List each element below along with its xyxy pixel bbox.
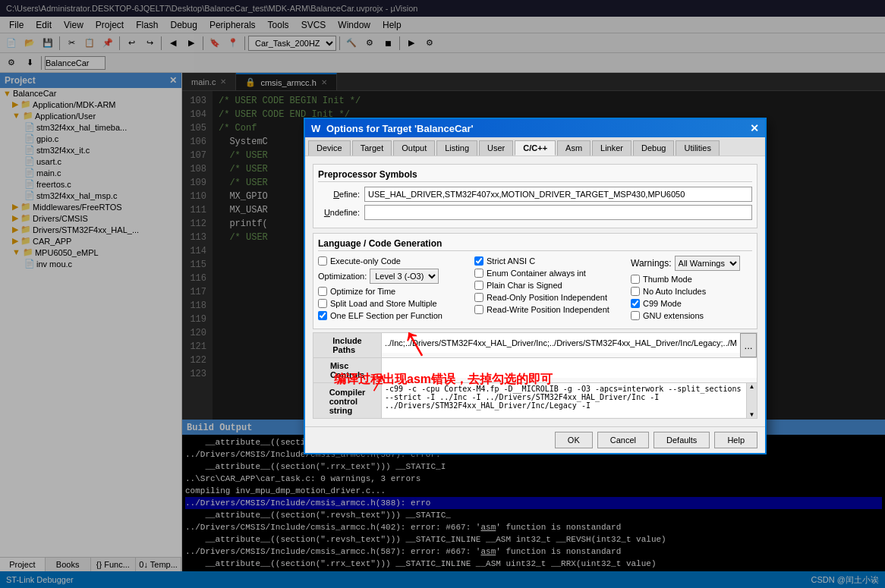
language-section: Language / Code Generation Execute-only … bbox=[313, 233, 757, 329]
warnings-label: Warnings: bbox=[631, 258, 672, 269]
split-load-row: Split Load and Store Multiple bbox=[318, 298, 467, 309]
dialog-tabs: Device Target Output Listing User C/C++ … bbox=[305, 137, 765, 156]
thumb-mode-row: Thumb Mode bbox=[631, 274, 752, 285]
optimize-time-row: Optimize for Time bbox=[318, 286, 467, 297]
optimization-label: Optimization: bbox=[318, 272, 367, 281]
dialog-tab-user[interactable]: User bbox=[479, 140, 513, 156]
dialog-tab-debug[interactable]: Debug bbox=[633, 140, 674, 156]
define-row: Define: bbox=[318, 187, 752, 202]
plain-char-checkbox[interactable] bbox=[474, 281, 483, 290]
c99-mode-row: C99 Mode bbox=[631, 298, 752, 309]
include-paths-browse-btn[interactable]: ... bbox=[740, 333, 757, 357]
misc-controls-label: MiscControls bbox=[313, 358, 382, 382]
strict-ansi-checkbox[interactable] bbox=[474, 256, 483, 266]
define-input[interactable] bbox=[364, 187, 752, 202]
split-load-label: Split Load and Store Multiple bbox=[330, 299, 437, 308]
thumb-mode-label: Thumb Mode bbox=[643, 275, 692, 284]
dialog-tab-device[interactable]: Device bbox=[308, 140, 351, 156]
warnings-row: Execute-only Code Optimization: Level 0 … bbox=[318, 256, 752, 321]
enum-container-label: Enum Container always int bbox=[487, 269, 586, 278]
warnings-control-row: Warnings: No Warnings All Warnings bbox=[631, 256, 752, 271]
readwrite-pos-row: Read-Write Position Independent bbox=[474, 304, 623, 315]
no-auto-includes-label: No Auto Includes bbox=[643, 287, 706, 296]
dialog-close-btn[interactable]: ✕ bbox=[750, 122, 759, 134]
readwrite-pos-label: Read-Write Position Independent bbox=[487, 305, 609, 314]
dialog-overlay: W Options for Target 'BalanceCar' ✕ Devi… bbox=[0, 0, 885, 588]
compiler-control-input[interactable]: -c99 -c -cpu Cortex-M4.fp -D__MICROLIB -… bbox=[382, 383, 746, 417]
preprocessor-label: Preprocessor Symbols bbox=[318, 169, 752, 182]
scroll-up-btn[interactable]: ▲ bbox=[747, 383, 757, 390]
no-auto-includes-checkbox[interactable] bbox=[631, 287, 640, 296]
gnu-extensions-label: GNU extensions bbox=[643, 311, 704, 320]
undefine-input[interactable] bbox=[364, 205, 752, 220]
enum-container-row: Enum Container always int bbox=[474, 268, 623, 278]
dialog-tab-asm[interactable]: Asm bbox=[557, 140, 591, 156]
dialog-body: Preprocessor Symbols Define: Undefine: L… bbox=[305, 156, 765, 426]
include-paths-row: IncludePaths ... bbox=[313, 333, 757, 358]
dialog-title-text: W Options for Target 'BalanceCar' bbox=[311, 123, 474, 134]
dialog-tab-utilities[interactable]: Utilities bbox=[676, 140, 719, 156]
gnu-extensions-row: GNU extensions bbox=[631, 310, 752, 321]
right-col: Warnings: No Warnings All Warnings Thumb… bbox=[631, 256, 752, 321]
help-button[interactable]: Help bbox=[714, 432, 757, 448]
misc-controls-input[interactable] bbox=[382, 358, 757, 378]
readonly-pos-row: Read-Only Position Independent bbox=[474, 292, 623, 303]
plain-char-label: Plain Char is Signed bbox=[487, 281, 562, 290]
thumb-mode-checkbox[interactable] bbox=[631, 275, 640, 284]
dialog-tab-linker[interactable]: Linker bbox=[592, 140, 631, 156]
one-elf-label: One ELF Section per Function bbox=[330, 311, 442, 320]
one-elf-row: One ELF Section per Function bbox=[318, 310, 467, 321]
plain-char-row: Plain Char is Signed bbox=[474, 280, 623, 291]
optimize-time-label: Optimize for Time bbox=[330, 287, 395, 296]
c99-mode-label: C99 Mode bbox=[643, 299, 682, 308]
readonly-pos-checkbox[interactable] bbox=[474, 293, 483, 302]
one-elf-checkbox[interactable] bbox=[318, 311, 327, 320]
dialog-tab-cpp[interactable]: C/C++ bbox=[515, 140, 556, 156]
optimization-row: Optimization: Level 0 (-O0) Level 1 (-O1… bbox=[318, 268, 467, 285]
dialog-tab-listing[interactable]: Listing bbox=[436, 140, 477, 156]
include-paths-label: IncludePaths bbox=[313, 333, 382, 357]
warnings-select[interactable]: No Warnings All Warnings bbox=[675, 256, 740, 271]
misc-controls-row: MiscControls bbox=[313, 358, 757, 383]
cancel-button[interactable]: Cancel bbox=[597, 432, 649, 448]
preprocessor-section: Preprocessor Symbols Define: Undefine: bbox=[313, 164, 757, 228]
dialog-footer: OK Cancel Defaults Help bbox=[305, 426, 765, 453]
undefine-label: Undefine: bbox=[318, 208, 360, 217]
compiler-scroll: ▲ ▼ bbox=[746, 383, 757, 418]
gnu-extensions-checkbox[interactable] bbox=[631, 311, 640, 320]
readwrite-pos-checkbox[interactable] bbox=[474, 305, 483, 314]
defaults-button[interactable]: Defaults bbox=[654, 432, 710, 448]
compiler-control-label: Compilercontrolstring bbox=[313, 383, 382, 418]
options-dialog: W Options for Target 'BalanceCar' ✕ Devi… bbox=[304, 118, 767, 454]
middle-col: Strict ANSI C Enum Container always int … bbox=[474, 256, 623, 321]
readonly-pos-label: Read-Only Position Independent bbox=[487, 293, 607, 302]
language-label: Language / Code Generation bbox=[318, 238, 752, 251]
include-section: IncludePaths ... MiscControls Compilerco… bbox=[313, 332, 757, 419]
include-paths-input[interactable] bbox=[382, 333, 740, 353]
compiler-control-row: Compilercontrolstring -c99 -c -cpu Corte… bbox=[313, 383, 757, 418]
strict-ansi-label: Strict ANSI C bbox=[487, 256, 535, 266]
no-auto-includes-row: No Auto Includes bbox=[631, 286, 752, 297]
enum-container-checkbox[interactable] bbox=[474, 269, 483, 278]
define-label: Define: bbox=[318, 190, 360, 199]
execute-only-checkbox[interactable] bbox=[318, 256, 327, 266]
optimization-select[interactable]: Level 0 (-O0) Level 1 (-O1) Level 2 (-O2… bbox=[370, 269, 439, 284]
left-col: Execute-only Code Optimization: Level 0 … bbox=[318, 256, 467, 321]
execute-only-row: Execute-only Code bbox=[318, 256, 467, 266]
execute-only-label: Execute-only Code bbox=[330, 256, 401, 266]
ok-button[interactable]: OK bbox=[555, 432, 593, 448]
undefine-row: Undefine: bbox=[318, 205, 752, 220]
optimize-time-checkbox[interactable] bbox=[318, 287, 327, 296]
dialog-tab-output[interactable]: Output bbox=[393, 140, 435, 156]
strict-ansi-row: Strict ANSI C bbox=[474, 256, 623, 266]
dialog-tab-target[interactable]: Target bbox=[352, 140, 392, 156]
scroll-down-btn[interactable]: ▼ bbox=[747, 411, 757, 418]
split-load-checkbox[interactable] bbox=[318, 299, 327, 308]
dialog-title-bar: W Options for Target 'BalanceCar' ✕ bbox=[305, 119, 765, 137]
c99-mode-checkbox[interactable] bbox=[631, 299, 640, 308]
